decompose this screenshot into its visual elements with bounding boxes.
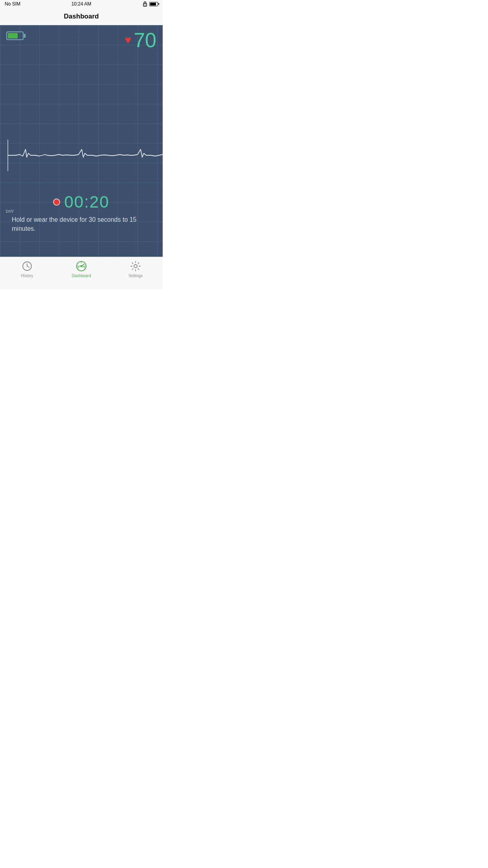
tab-dashboard-label: Dashboard	[72, 274, 91, 278]
ecg-battery-body	[6, 31, 24, 40]
status-bar: No SIM 10:24 AM	[0, 0, 163, 8]
nav-bar: Dashboard	[0, 8, 163, 25]
ecg-waveform	[0, 120, 163, 191]
battery-icon	[149, 2, 158, 6]
carrier-label: No SIM	[5, 1, 20, 7]
ecg-area: ♥ 70 1mV 00:20 Hold or wear the device f…	[0, 25, 163, 257]
ecg-battery-indicator	[6, 31, 24, 40]
svg-point-1	[145, 5, 145, 6]
heart-icon: ♥	[125, 34, 132, 46]
timer-row: 00:20	[53, 193, 109, 211]
app-container: No SIM 10:24 AM Dashboard	[0, 0, 163, 289]
lock-icon	[142, 1, 148, 7]
timer-area: 00:20 Hold or wear the device for 30 sec…	[0, 193, 163, 233]
settings-icon	[130, 260, 141, 272]
tab-bar: History Dashboard	[0, 257, 163, 289]
ecg-battery-fill	[8, 33, 18, 39]
record-indicator	[53, 199, 60, 206]
time-label: 10:24 AM	[72, 1, 92, 7]
instruction-text: Hold or wear the device for 30 seconds t…	[12, 215, 151, 233]
svg-point-14	[134, 265, 137, 268]
status-icons	[142, 1, 158, 7]
svg-line-7	[27, 266, 29, 267]
tab-history[interactable]: History	[0, 260, 54, 278]
tab-dashboard[interactable]: Dashboard	[54, 260, 108, 278]
timer-value: 00:20	[64, 193, 109, 211]
nav-title: Dashboard	[64, 13, 99, 20]
history-icon	[21, 260, 33, 272]
bpm-value: 70	[134, 30, 156, 50]
heart-rate-display: ♥ 70	[125, 30, 156, 50]
tab-settings-label: Settings	[128, 274, 143, 278]
dashboard-icon	[75, 260, 87, 272]
tab-settings[interactable]: Settings	[108, 260, 163, 278]
tab-history-label: History	[21, 274, 33, 278]
